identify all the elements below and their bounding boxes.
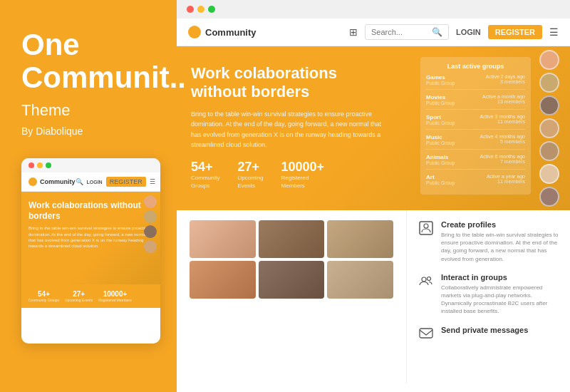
desktop-avatar-5	[539, 141, 559, 161]
mobile-stat-1: 54+ Community Groups	[28, 290, 59, 302]
mobile-menu-icon: ☰	[150, 178, 155, 185]
photo-5	[259, 261, 325, 299]
feature-send-messages: Send private messages	[418, 326, 559, 341]
desktop-hero: Work colaborations without borders Bring…	[177, 46, 570, 210]
desktop-nav: Community ⊞ 🔍 LOGIN REGISTER ☰	[177, 19, 570, 46]
feature-interact-groups: Interact in groups Collaboratively admin…	[418, 273, 559, 316]
desktop-logo: Community	[188, 26, 256, 38]
mobile-nav-icons: 🔍 LOGIN REGISTER ☰	[76, 177, 155, 187]
lag-item-sport: Sport Public Group Active 3 months ago 1…	[426, 114, 525, 130]
desktop-dot-red	[187, 6, 194, 13]
desktop-stats: 54+ CommunityGroups 27+ UpcomingEvents 1…	[191, 160, 392, 190]
bottom-right: Create profiles Bring to the table win-w…	[406, 210, 570, 383]
photos-grid	[190, 220, 393, 299]
feature-text-messages: Send private messages	[441, 326, 528, 336]
mobile-hero-avatars	[144, 195, 157, 253]
desktop-logo-circle	[188, 26, 201, 38]
desktop-nav-right: ⊞ 🔍 LOGIN REGISTER ☰	[349, 24, 559, 40]
photo-6	[327, 261, 393, 299]
search-input[interactable]	[371, 28, 428, 36]
desktop-bottom: Create profiles Bring to the table win-w…	[177, 210, 570, 383]
desktop-avatar-2	[539, 73, 559, 93]
svg-point-1	[424, 224, 428, 228]
svg-rect-4	[420, 329, 432, 338]
nav-menu-icon[interactable]: ☰	[549, 26, 559, 38]
photo-4	[190, 261, 256, 299]
desktop-dot-yellow	[197, 6, 204, 13]
bottom-left	[177, 210, 406, 383]
mobile-hero: Work colaborations without borders Bring…	[21, 192, 160, 284]
desktop-stat-3: 10000+ RegisteredMembers	[281, 160, 324, 190]
mobile-logo-dot	[28, 177, 37, 186]
mobile-stats: 54+ Community Groups 27+ Upcoming Events…	[21, 284, 160, 308]
desktop-top-bar	[177, 0, 570, 19]
desktop-hero-body: Bring to the table win-win survival stra…	[191, 109, 392, 150]
desktop-avatar-6	[539, 164, 559, 184]
desktop-avatars	[539, 50, 559, 207]
desktop-avatar-7	[539, 187, 559, 207]
last-active-groups: Last active groups Games Public Group Ac…	[420, 57, 531, 195]
theme-author: By Diabolique	[21, 125, 153, 137]
desktop-preview: Community ⊞ 🔍 LOGIN REGISTER ☰ Work cola…	[177, 0, 570, 392]
desktop-avatar-3	[539, 96, 559, 115]
lag-item-music: Music Public Group Active 4 months ago 5…	[426, 134, 525, 150]
theme-title: One Communit..	[21, 29, 153, 94]
lag-item-art: Art Public Group Active a year ago 11 me…	[426, 174, 525, 189]
mobile-dot-green	[46, 163, 51, 168]
mobile-search-icon: 🔍	[76, 178, 83, 185]
desktop-hero-content: Work colaborations without borders Bring…	[191, 64, 392, 190]
mobile-nav: Community 🔍 LOGIN REGISTER ☰	[21, 172, 160, 192]
mobile-register-btn: REGISTER	[106, 177, 146, 187]
lag-title: Last active groups	[426, 63, 525, 70]
mobile-avatar-1	[144, 195, 157, 208]
mobile-dot-red	[28, 163, 34, 168]
lag-item-movies: Movies Public Group Active a month ago 1…	[426, 94, 525, 110]
mobile-avatar-3	[144, 225, 157, 238]
nav-register-button[interactable]: REGISTER	[488, 25, 542, 39]
lag-item-animals: Animals Public Group Active 6 months ago…	[426, 154, 525, 170]
desktop-avatar-4	[539, 118, 559, 138]
desktop-grid-icon: ⊞	[349, 26, 358, 38]
photo-3	[327, 220, 393, 258]
lag-item-games: Games Public Group Active 2 days ago 3 m…	[426, 74, 525, 90]
theme-subtitle: Theme	[21, 101, 153, 120]
mobile-preview: Community 🔍 LOGIN REGISTER ☰ Work colabo…	[21, 158, 160, 344]
mobile-avatar-2	[144, 210, 157, 223]
mobile-avatar-4	[144, 240, 157, 253]
feature-create-profiles: Create profiles Bring to the table win-w…	[418, 220, 559, 263]
feature-icon-groups	[418, 273, 434, 289]
desktop-stat-2: 27+ UpcomingEvents	[237, 160, 263, 190]
desktop-stat-1: 54+ CommunityGroups	[191, 160, 219, 190]
feature-icon-messages	[418, 326, 434, 341]
photo-1	[190, 220, 256, 258]
desktop-hero-title: Work colaborations without borders	[191, 64, 392, 102]
feature-text-groups: Interact in groups Collaboratively admin…	[441, 273, 559, 316]
desktop-dot-green	[208, 6, 215, 13]
svg-point-2	[422, 277, 426, 282]
search-icon: 🔍	[432, 27, 442, 37]
mobile-hero-title: Work colaborations without borders	[28, 200, 153, 221]
mobile-stat-2: 27+ Upcoming Events	[65, 290, 93, 302]
desktop-avatar-1	[539, 50, 559, 70]
search-box[interactable]: 🔍	[365, 24, 449, 40]
mobile-dot-yellow	[37, 163, 43, 168]
nav-login[interactable]: LOGIN	[456, 28, 481, 36]
mobile-stat-3: 10000+ Registered Members	[98, 290, 131, 302]
feature-text-profiles: Create profiles Bring to the table win-w…	[441, 220, 559, 263]
left-panel: One Communit.. Theme By Diabolique Commu…	[0, 0, 175, 392]
svg-point-3	[428, 277, 431, 280]
mobile-top-bar	[21, 158, 160, 172]
mobile-logo: Community	[28, 177, 76, 186]
mobile-login-label: LOGIN	[87, 180, 103, 185]
photo-2	[259, 220, 325, 258]
feature-icon-profile	[418, 220, 434, 236]
mobile-hero-body: Bring to the table win-win survival stra…	[28, 225, 153, 249]
